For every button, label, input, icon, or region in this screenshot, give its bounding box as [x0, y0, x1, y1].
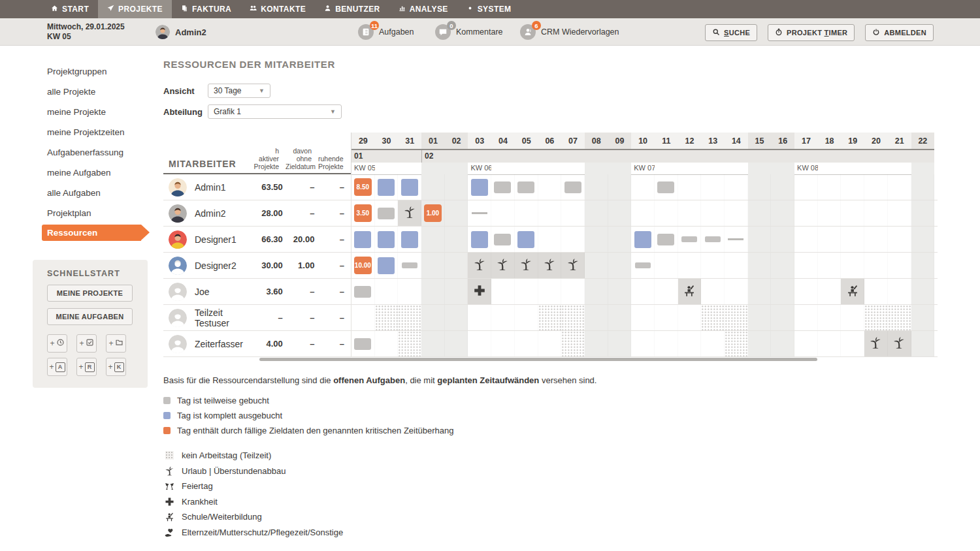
day-cell-30[interactable] — [375, 331, 399, 356]
day-cell-30[interactable] — [375, 174, 399, 200]
day-cell-31[interactable] — [398, 174, 421, 200]
employee-name[interactable]: Zeiterfasser — [195, 339, 255, 349]
day-cell-18[interactable] — [818, 305, 841, 330]
day-cell-22[interactable] — [911, 200, 935, 226]
suche-button[interactable]: SUCHE — [705, 24, 757, 41]
quick-add-r[interactable]: +R — [76, 358, 97, 376]
sidebar-item-projektplan[interactable]: Projektplan — [0, 203, 163, 223]
non-working-day-cell[interactable] — [375, 305, 399, 330]
day-cell-03[interactable] — [468, 227, 491, 252]
day-cell-03[interactable] — [468, 174, 491, 200]
non-working-day-cell[interactable] — [701, 305, 725, 330]
day-cell-13[interactable] — [701, 279, 725, 304]
counter-aufgaben[interactable]: 11Aufgaben — [358, 18, 414, 46]
day-cell-16[interactable] — [771, 305, 794, 330]
day-cell-09[interactable] — [608, 174, 632, 200]
day-cell-01[interactable] — [421, 279, 445, 304]
day-cell-02[interactable] — [445, 279, 468, 304]
day-cell-18[interactable] — [818, 331, 841, 356]
nav-tab-analyse[interactable]: ANALYSE — [389, 0, 457, 18]
day-cell-07[interactable] — [561, 253, 585, 278]
day-cell-06[interactable] — [538, 227, 562, 252]
day-cell-06[interactable] — [538, 174, 562, 200]
day-cell-12[interactable] — [678, 253, 702, 278]
day-cell-01[interactable] — [421, 253, 445, 278]
day-cell-12[interactable] — [678, 227, 702, 252]
day-cell-17[interactable] — [794, 253, 818, 278]
projekt-timer-button[interactable]: PROJEKT TIMER — [768, 24, 855, 41]
day-cell-04[interactable] — [491, 174, 515, 200]
day-cell-17[interactable] — [794, 200, 818, 226]
day-cell-12[interactable] — [678, 200, 702, 226]
sidebar-item-alle-projekte[interactable]: alle Projekte — [0, 82, 163, 102]
day-cell-29[interactable]: 10.00 — [351, 253, 375, 278]
employee-name[interactable]: Joe — [195, 287, 255, 297]
day-cell-02[interactable] — [445, 174, 468, 200]
non-working-day-cell[interactable] — [398, 331, 421, 356]
day-cell-18[interactable] — [818, 253, 841, 278]
day-cell-07[interactable] — [561, 200, 585, 226]
day-cell-20[interactable] — [864, 279, 888, 304]
day-cell-12[interactable] — [678, 331, 702, 356]
day-cell-05[interactable] — [515, 174, 538, 200]
day-cell-11[interactable] — [655, 253, 678, 278]
nav-tab-kontakte[interactable]: KONTAKTE — [240, 0, 315, 18]
day-cell-10[interactable] — [631, 331, 655, 356]
day-cell-08[interactable] — [585, 200, 608, 226]
day-cell-22[interactable] — [911, 279, 935, 304]
day-cell-10[interactable] — [631, 174, 655, 200]
day-cell-21[interactable] — [888, 253, 911, 278]
day-cell-03[interactable] — [468, 331, 491, 356]
day-cell-02[interactable] — [445, 253, 468, 278]
day-cell-11[interactable] — [655, 331, 678, 356]
day-cell-09[interactable] — [608, 200, 632, 226]
day-cell-14[interactable] — [725, 174, 748, 200]
day-cell-09[interactable] — [608, 279, 632, 304]
day-cell-16[interactable] — [771, 331, 794, 356]
quick-add-a[interactable]: +A — [47, 358, 67, 376]
sidebar-item-aufgabenerfassung[interactable]: Aufgabenerfassung — [0, 142, 163, 163]
day-cell-04[interactable] — [491, 200, 515, 226]
day-cell-12[interactable] — [678, 305, 702, 330]
day-cell-09[interactable] — [608, 305, 632, 330]
day-cell-14[interactable] — [725, 253, 748, 278]
day-cell-17[interactable] — [794, 305, 818, 330]
day-cell-19[interactable] — [841, 331, 864, 356]
counter-crm-wiedervorlagen[interactable]: 6CRM Wiedervorlagen — [520, 18, 619, 46]
day-cell-08[interactable] — [585, 227, 608, 252]
day-cell-19[interactable] — [841, 227, 864, 252]
day-cell-31[interactable] — [398, 253, 421, 278]
day-cell-05[interactable] — [515, 331, 538, 356]
day-cell-20[interactable] — [864, 174, 888, 200]
day-cell-21[interactable] — [888, 174, 911, 200]
day-cell-19[interactable] — [841, 305, 864, 330]
meine-aufgaben-button[interactable]: MEINE AUFGABEN — [47, 308, 133, 325]
day-cell-16[interactable] — [771, 200, 794, 226]
sidebar-item-alle-aufgaben[interactable]: alle Aufgaben — [0, 183, 163, 203]
non-working-day-cell[interactable] — [561, 331, 585, 356]
day-cell-16[interactable] — [771, 174, 794, 200]
day-cell-05[interactable] — [515, 253, 538, 278]
employee-name[interactable]: Designer1 — [195, 234, 255, 245]
day-cell-01[interactable] — [421, 227, 445, 252]
day-cell-18[interactable] — [818, 174, 841, 200]
sidebar-item-ressourcen[interactable]: Ressourcen — [42, 225, 141, 241]
day-cell-16[interactable] — [771, 227, 794, 252]
day-cell-22[interactable] — [911, 331, 935, 356]
day-cell-06[interactable] — [538, 200, 562, 226]
day-cell-15[interactable] — [748, 331, 772, 356]
horizontal-scrollbar[interactable] — [259, 358, 817, 361]
day-cell-29[interactable] — [351, 227, 375, 252]
day-cell-11[interactable] — [655, 200, 678, 226]
day-cell-09[interactable] — [608, 253, 632, 278]
day-cell-08[interactable] — [585, 253, 608, 278]
day-cell-01[interactable]: 1.00 — [421, 200, 445, 226]
non-working-day-cell[interactable] — [398, 305, 421, 330]
day-cell-14[interactable] — [725, 200, 748, 226]
day-cell-29[interactable] — [351, 305, 375, 330]
day-cell-29[interactable] — [351, 279, 375, 304]
non-working-day-cell[interactable] — [561, 305, 585, 330]
day-cell-13[interactable] — [701, 253, 725, 278]
day-cell-19[interactable] — [841, 279, 864, 304]
sidebar-item-meine-projekte[interactable]: meine Projekte — [0, 102, 163, 122]
